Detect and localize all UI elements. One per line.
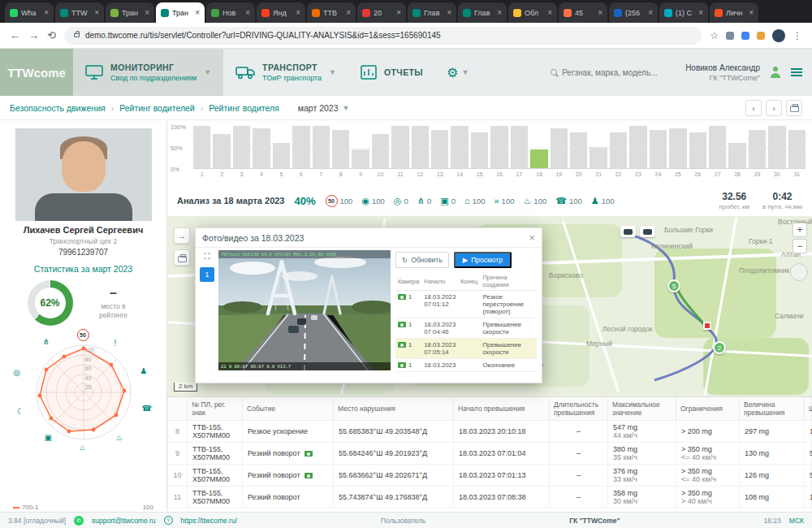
reload-button[interactable]: ⟲ [47, 29, 56, 41]
browser-tab[interactable]: Личн× [710, 2, 758, 23]
profile-avatar[interactable] [772, 29, 785, 42]
camera-icon[interactable] [304, 473, 313, 478]
tab-close-icon[interactable]: × [245, 8, 250, 17]
chart-bar[interactable] [570, 127, 587, 168]
browser-tab[interactable]: 45× [559, 2, 607, 23]
camera-thumb-1[interactable]: 1 [200, 267, 214, 282]
user-icon[interactable] [770, 67, 781, 78]
browser-tab[interactable]: Обл× [508, 2, 557, 23]
help-icon[interactable]: ? [164, 516, 173, 525]
media-dialog-titlebar[interactable]: Фото/видео за 18.03.2023 × [196, 228, 542, 248]
chart-bar[interactable] [669, 127, 686, 168]
violation-row[interactable]: 8ТТВ-155,Х507ММ00Резкое ускорение55.6853… [168, 421, 812, 443]
prev-page-button[interactable]: ‹ [745, 100, 762, 116]
chart-bar[interactable] [213, 127, 230, 168]
tab-close-icon[interactable]: × [94, 8, 99, 17]
browser-tab[interactable]: ТТВ× [307, 2, 356, 23]
search-input[interactable] [562, 68, 676, 77]
nav-reports[interactable]: ОТЧЕТЫ [348, 49, 435, 96]
tab-close-icon[interactable]: × [598, 8, 603, 17]
tab-close-icon[interactable]: × [447, 8, 451, 17]
chart-bar[interactable] [233, 127, 250, 168]
breadcrumb-drivers-rating[interactable]: Рейтинг водителей [119, 103, 195, 113]
url-bar[interactable]: demo.ttwcome.ru/tis/servlet/Controller?u… [64, 27, 702, 45]
vehicle-search[interactable] [551, 68, 676, 77]
media-row[interactable]: 118.03.202307:01:12Резкое перестроение (… [395, 291, 537, 318]
chart-bar[interactable] [193, 127, 210, 168]
chart-bar[interactable] [471, 127, 488, 168]
view-button[interactable]: ▶ Просмотр [454, 252, 512, 268]
extension-icon[interactable] [741, 32, 749, 40]
fullscreen-icon[interactable]: ⛶ [205, 252, 210, 262]
refresh-button[interactable]: ↻ Обновить [395, 252, 449, 268]
extension-icon[interactable] [726, 32, 734, 40]
driver-phone[interactable]: 79961239707 [0, 248, 166, 257]
browser-tab[interactable]: (256× [609, 2, 658, 23]
browser-tab[interactable]: (1) С× [659, 2, 708, 23]
route-point-marker[interactable]: 5 [667, 279, 680, 292]
chart-bar[interactable] [292, 127, 309, 168]
route-point-marker[interactable]: 2 [713, 341, 726, 354]
media-row[interactable]: 118.03.202307:04:46Превышение скорости [395, 318, 537, 339]
browser-tab[interactable]: Янд× [257, 2, 305, 23]
chart-bar[interactable] [629, 127, 646, 168]
chart-bar[interactable] [689, 127, 706, 168]
bookmark-star-icon[interactable]: ☆ [710, 30, 719, 41]
tab-close-icon[interactable]: × [648, 8, 653, 17]
chart-bar[interactable] [431, 127, 448, 168]
chart-bar[interactable] [253, 127, 270, 168]
browser-tab[interactable]: Нов× [206, 2, 255, 23]
media-row[interactable]: 118.03.2023Окончание [395, 359, 537, 372]
chart-bar[interactable] [590, 127, 607, 168]
browser-tab[interactable]: Глав× [408, 2, 456, 23]
tab-close-icon[interactable]: × [346, 8, 351, 17]
browser-tab[interactable]: Тран× [156, 2, 205, 23]
tab-close-icon[interactable]: × [195, 8, 200, 17]
forward-button[interactable]: → [28, 29, 39, 41]
violation-row[interactable]: 11ТТВ-155,Х507ММ00Резкий поворот55.74387… [168, 487, 812, 509]
chart-bar[interactable] [768, 127, 785, 168]
browser-tab[interactable]: TTW× [55, 2, 104, 23]
extension-icon[interactable] [757, 32, 765, 40]
tab-close-icon[interactable]: × [296, 8, 300, 17]
next-page-button[interactable]: › [766, 100, 782, 116]
camera-icon[interactable] [304, 451, 313, 457]
violation-row[interactable]: 10ТТВ-155,Х507ММ00Резкий поворот55.68366… [168, 465, 812, 487]
map-expand-button[interactable]: → [174, 227, 190, 244]
chart-bar[interactable] [728, 127, 745, 168]
chart-bar[interactable] [749, 127, 766, 168]
app-logo[interactable]: TTWcome [0, 49, 73, 96]
chart-bar[interactable] [788, 127, 806, 168]
violation-marker[interactable] [703, 322, 711, 330]
browser-tab[interactable]: Тран× [106, 2, 154, 23]
tab-close-icon[interactable]: × [44, 8, 49, 17]
chart-bar[interactable] [332, 127, 349, 168]
nav-monitoring[interactable]: МОНИТОРИНГ Свод по подразделениям ▼ [73, 49, 223, 96]
tab-close-icon[interactable]: × [698, 8, 703, 17]
timezone-label[interactable]: МСК [789, 517, 804, 525]
chart-bar[interactable] [412, 127, 429, 168]
tab-close-icon[interactable]: × [396, 8, 401, 17]
map-layers-button[interactable] [790, 263, 808, 281]
chart-bar[interactable] [352, 127, 369, 168]
menu-icon[interactable] [791, 68, 802, 76]
user-info[interactable]: Новиков Александр ГК "TTWCome" [685, 63, 760, 82]
zoom-in-button[interactable]: + [793, 223, 807, 237]
whatsapp-icon[interactable]: ✆ [74, 516, 84, 526]
dashcam-photo[interactable]: 707test 916130 14.8 UTC+03 R01.1.19 40.1… [218, 250, 391, 370]
tab-close-icon[interactable]: × [497, 8, 502, 17]
nav-transport[interactable]: ТРАНСПОРТ ТОиР транспорта ▼ [223, 49, 348, 96]
close-icon[interactable]: × [529, 232, 535, 244]
breadcrumb-driver-rating[interactable]: Рейтинг водителя [209, 103, 279, 113]
chart-bar[interactable] [610, 127, 627, 168]
browser-menu-icon[interactable]: ⋮ [793, 30, 802, 41]
zoom-out-button[interactable]: − [793, 239, 807, 253]
browser-tab[interactable]: Wha× [5, 2, 54, 23]
vehicle-marker[interactable] [620, 226, 636, 237]
chart-bar[interactable] [511, 127, 528, 168]
back-button[interactable]: ← [10, 29, 20, 41]
chart-bar[interactable] [650, 127, 667, 168]
chart-bar[interactable] [273, 127, 290, 168]
chart-bar[interactable] [709, 127, 726, 168]
tab-close-icon[interactable]: × [749, 8, 754, 17]
